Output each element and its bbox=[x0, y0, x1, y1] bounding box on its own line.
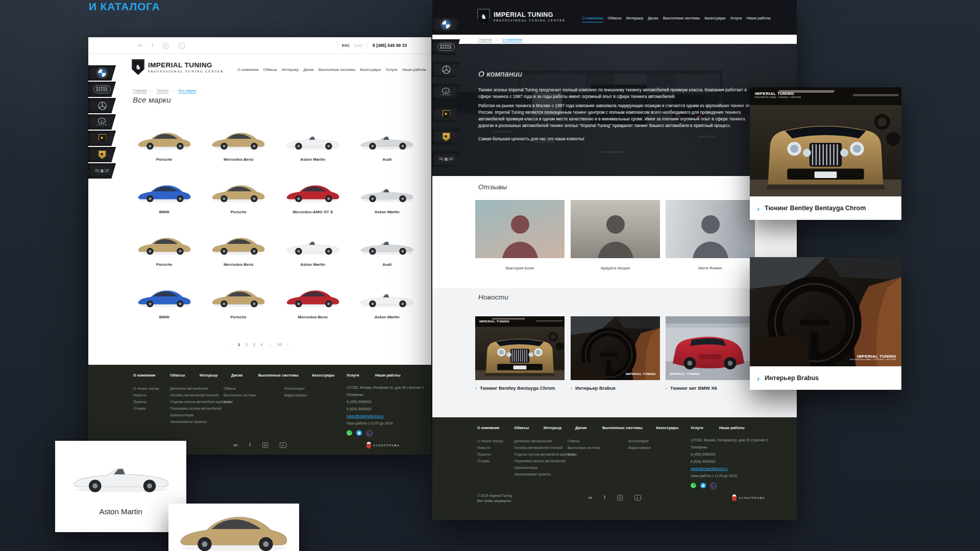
footer-link[interactable]: Фотогалерея bbox=[284, 385, 307, 392]
footer-col-works[interactable]: Наши работы bbox=[375, 373, 401, 378]
facebook-icon[interactable]: f bbox=[604, 495, 605, 500]
car-item[interactable]: Audi bbox=[351, 123, 424, 176]
pagination-page[interactable]: 3 bbox=[253, 342, 255, 347]
agency-logo[interactable]: КУЛЬТПРАВА bbox=[366, 442, 400, 448]
footer-link[interactable]: Выхлопные системы bbox=[568, 444, 600, 451]
nav-exhaust[interactable]: Выхлопные системы bbox=[663, 16, 700, 22]
breadcrumb-section[interactable]: Тюнинг bbox=[157, 88, 169, 93]
footer-link[interactable]: Шумоизоляция bbox=[514, 464, 575, 471]
badge-range-rover[interactable]: RANGEROVER bbox=[432, 39, 460, 55]
badge-bentley[interactable]: B bbox=[88, 163, 116, 179]
nav-works[interactable]: Наши работы bbox=[402, 67, 426, 72]
badge-porsche[interactable] bbox=[88, 147, 116, 162]
footer-link[interactable]: Фотогалерея bbox=[628, 438, 651, 444]
footer-col-wheels[interactable]: Диски bbox=[575, 425, 586, 430]
nav-bodykits[interactable]: Обвесы bbox=[263, 67, 277, 72]
telegram-icon[interactable] bbox=[356, 430, 362, 436]
pagination-next[interactable]: › bbox=[287, 342, 288, 347]
footer-link[interactable]: Оклейка автомобилей пленкой bbox=[514, 444, 575, 451]
nav-about[interactable]: О компании bbox=[582, 16, 603, 22]
footer-link[interactable]: Видеогалерея bbox=[284, 392, 307, 398]
footer-link[interactable]: Оклейка автомобилей пленкой bbox=[170, 392, 231, 398]
footer-link[interactable]: Видеогалерея bbox=[628, 444, 651, 451]
car-item[interactable]: Porsche bbox=[203, 176, 275, 228]
car-item[interactable]: Mercedes-Benz bbox=[277, 281, 349, 333]
instagram-icon[interactable] bbox=[617, 495, 623, 500]
footer-email[interactable]: zakaz@imperialtuning.ru bbox=[691, 465, 768, 472]
car-item[interactable]: Mercedes-Benz bbox=[203, 228, 275, 281]
badge-bentley[interactable]: B bbox=[432, 152, 460, 167]
footer-link[interactable]: Обвесы bbox=[224, 385, 256, 392]
nav-wheels[interactable]: Диски bbox=[648, 16, 658, 22]
news-card[interactable]: IMPERIAL TUNING ›Тюнинг кит BMW X6 bbox=[666, 316, 755, 391]
footer-col-exhaust[interactable]: Выхлопные системы bbox=[258, 373, 298, 378]
pagination-page[interactable]: 1 bbox=[238, 342, 240, 347]
instagram-icon[interactable] bbox=[163, 43, 168, 48]
nav-about[interactable]: О компании bbox=[237, 67, 258, 72]
footer-email[interactable]: zakaz@imperialtuning.ru bbox=[347, 413, 424, 420]
footer-col-wheels[interactable]: Диски bbox=[231, 373, 242, 378]
car-item[interactable]: BMW bbox=[128, 176, 201, 228]
badge-porsche[interactable] bbox=[432, 129, 460, 144]
footer-col-bodykits[interactable]: Обвесы bbox=[170, 373, 185, 378]
footer-link[interactable]: Новости bbox=[477, 444, 503, 451]
youtube-icon[interactable] bbox=[178, 43, 185, 48]
pagination-page[interactable]: 4 bbox=[260, 342, 262, 347]
footer-link[interactable]: Эксклюзивные проекты bbox=[170, 418, 231, 425]
footer-col-bodykits[interactable]: Обвесы bbox=[514, 425, 529, 430]
instagram-icon[interactable] bbox=[262, 442, 268, 448]
footer-col-accessories[interactable]: Аксессуары bbox=[656, 425, 678, 430]
footer-link[interactable]: Перешивка салона автомобилей bbox=[170, 405, 231, 412]
news-card[interactable]: IMPERIAL TUNING ›Интерьер Brabus bbox=[571, 316, 660, 391]
news-card[interactable]: IMPERIAL TUNING ›Тюнинг Bentley Bentayga… bbox=[475, 316, 565, 391]
footer-col-services[interactable]: Услуги bbox=[347, 373, 359, 378]
footer-col-services[interactable]: Услуги bbox=[691, 425, 703, 430]
lang-rus[interactable]: РУС bbox=[342, 43, 350, 48]
footer-link[interactable]: Перешивка салона автомобилей bbox=[514, 458, 575, 464]
brabus-work-card[interactable]: IMPERIAL TUNINGPROFESSIONAL TUNING CENTE… bbox=[750, 257, 901, 390]
youtube-icon[interactable] bbox=[634, 495, 641, 500]
aston-martin-card[interactable]: Aston Martin bbox=[55, 441, 186, 532]
nav-accessories[interactable]: Аксессуары bbox=[704, 16, 725, 22]
whatsapp-icon[interactable] bbox=[347, 430, 352, 436]
nav-works[interactable]: Наши работы bbox=[746, 16, 770, 22]
footer-link[interactable]: Эксклюзивные проекты bbox=[514, 471, 575, 478]
footer-link[interactable]: Выхлопные системы bbox=[224, 392, 256, 398]
footer-link[interactable]: Проекты bbox=[477, 451, 503, 458]
car-item[interactable]: Aston Martin bbox=[351, 176, 424, 228]
logo[interactable]: ♞ IMPERIAL TUNING PROFESSIONAL TUNING CE… bbox=[132, 59, 224, 75]
telegram-icon[interactable] bbox=[700, 483, 706, 488]
agency-logo[interactable]: КУЛЬТПРАВА bbox=[732, 494, 765, 501]
badge-lexus[interactable]: LLEXUS bbox=[432, 84, 460, 99]
nav-interior[interactable]: Интерьер bbox=[282, 67, 299, 72]
badge-lexus[interactable]: LLEXUS bbox=[88, 114, 116, 130]
footer-link[interactable]: Новости bbox=[133, 392, 159, 398]
car-item[interactable]: Audi bbox=[351, 228, 424, 281]
car-item[interactable]: Aston Martin bbox=[277, 123, 349, 176]
nav-wheels[interactable]: Диски bbox=[303, 67, 314, 72]
badge-lamborghini[interactable] bbox=[88, 131, 116, 146]
lang-eng[interactable]: ENG bbox=[354, 43, 362, 48]
nav-services[interactable]: Услуги bbox=[730, 16, 742, 22]
footer-link[interactable]: Отзывы bbox=[477, 458, 503, 464]
pagination-page[interactable]: 10 bbox=[277, 342, 282, 347]
car-item[interactable]: Porsche bbox=[203, 281, 275, 333]
car-item[interactable]: Mercedes-AMG GT S bbox=[277, 176, 349, 228]
footer-link[interactable]: Диски bbox=[224, 398, 256, 405]
footer-col-interior[interactable]: Интерьер bbox=[200, 373, 217, 378]
whatsapp-icon[interactable] bbox=[691, 483, 696, 488]
logo[interactable]: ♞ IMPERIAL TUNING PROFESSIONAL TUNING CE… bbox=[477, 9, 566, 24]
nav-services[interactable]: Услуги bbox=[385, 67, 397, 72]
footer-link[interactable]: Детейлинг автомобилей bbox=[514, 438, 575, 444]
footer-link[interactable]: О тюнинг ателье bbox=[477, 438, 503, 444]
facebook-icon[interactable]: f bbox=[152, 43, 153, 48]
footer-link[interactable]: Отделка салона автомобиля карбоном bbox=[170, 398, 231, 405]
vk-icon[interactable]: vk bbox=[588, 496, 592, 500]
badge-bmw[interactable] bbox=[88, 65, 116, 81]
footer-link[interactable]: Диски bbox=[568, 451, 600, 458]
vk-icon[interactable]: vk bbox=[233, 443, 237, 447]
footer-link[interactable]: Детейлинг автомобилей bbox=[170, 385, 231, 392]
footer-link[interactable]: Отзывы bbox=[133, 405, 159, 412]
bentley-work-card[interactable]: IMPERIAL TUNINGPROFESSIONAL TUNING CENTE… bbox=[750, 87, 901, 220]
footer-col-works[interactable]: Наши работы bbox=[719, 425, 745, 430]
